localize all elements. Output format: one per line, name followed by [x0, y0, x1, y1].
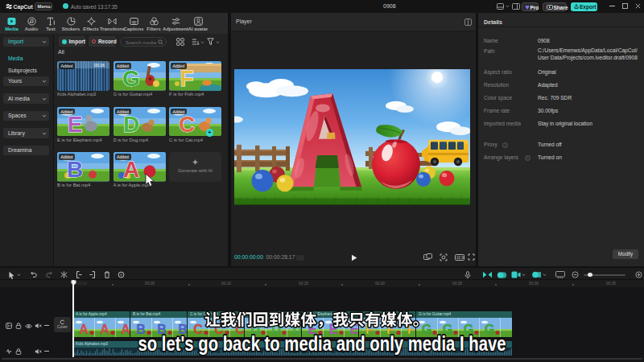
svg-text:A: A [79, 323, 89, 336]
svg-text:i: i [527, 156, 528, 160]
svg-text:F: F [180, 67, 193, 91]
svg-text:A: A [122, 158, 138, 182]
svg-text:C: C [179, 112, 195, 136]
svg-text:A: A [100, 323, 109, 336]
svg-text:B: B [67, 158, 83, 182]
svg-text:so let's go back to media and: so let's go back to media and only media… [138, 331, 506, 356]
svg-text:D: D [122, 112, 138, 136]
svg-text:E: E [68, 112, 83, 136]
svg-text:i: i [505, 143, 506, 147]
svg-text:16:9: 16:9 [456, 255, 464, 259]
svg-text:G: G [122, 67, 140, 91]
